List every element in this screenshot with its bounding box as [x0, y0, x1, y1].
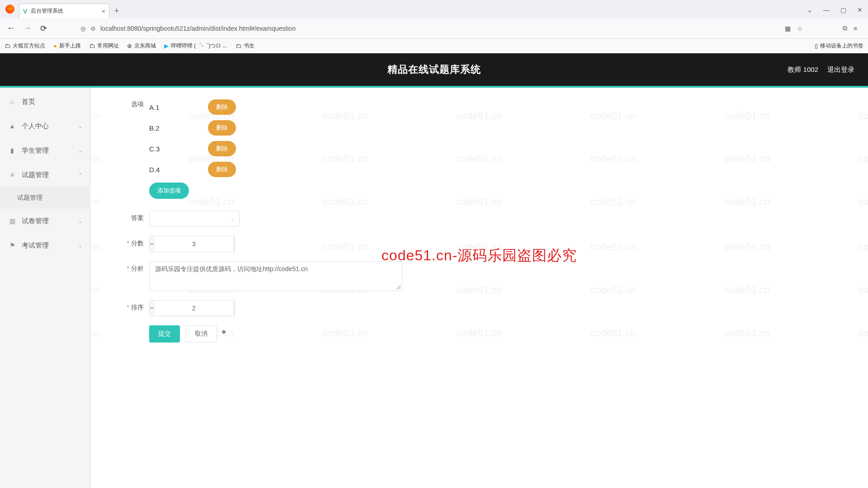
- label-options: 选项: [108, 97, 149, 108]
- app-title: 精品在线试题库系统: [387, 63, 481, 76]
- delete-option-c-button[interactable]: 删除: [208, 141, 236, 156]
- bookmark-bar: 🗀火狐官方站点 ●新手上路 🗀常用网址 ⊕京东商城 ▶哔哩哔哩 (゜-゜)つロ …: [0, 39, 868, 53]
- lock-icon: ⊘: [90, 25, 96, 32]
- bookmark-star-icon[interactable]: ☆: [797, 25, 803, 32]
- option-row: A.1 删除: [149, 97, 850, 117]
- exam-icon: ⚑: [8, 242, 16, 249]
- home-icon: ⌂: [8, 98, 16, 105]
- student-icon: ▮: [8, 147, 16, 154]
- qr-icon[interactable]: ▦: [785, 25, 791, 32]
- sidebar-item-student[interactable]: ▮ 学生管理 ⌄: [0, 138, 90, 163]
- url-text: localhost:8080/springbootu521z/admin/dis…: [100, 25, 754, 32]
- new-tab-button[interactable]: +: [109, 4, 124, 18]
- analysis-textarea[interactable]: 源码乐园专注提供优质源码，访问地址http://code51.cn: [149, 261, 402, 291]
- sidebar-item-question[interactable]: ≡ 试题管理 ⌃: [0, 163, 90, 187]
- bookmark-item[interactable]: 🗀火狐官方站点: [5, 42, 45, 50]
- bookmark-item[interactable]: ●新手上路: [53, 42, 81, 50]
- chevron-down-icon: ⌄: [78, 243, 82, 249]
- score-decrement-button[interactable]: −: [150, 236, 154, 252]
- bookmark-item[interactable]: ⊕京东商城: [127, 42, 156, 50]
- bilibili-icon: ▶: [164, 42, 169, 49]
- vue-icon: V: [23, 8, 27, 15]
- option-row: B.2 删除: [149, 117, 850, 138]
- chevron-down-icon: ⌄: [78, 218, 82, 224]
- option-c-label: C.3: [149, 145, 208, 153]
- label-score: 分数: [108, 236, 149, 248]
- reload-button[interactable]: ⟳: [37, 22, 50, 35]
- add-option-button[interactable]: 添加选项: [149, 183, 189, 199]
- address-bar-right: ▦ ☆ ⧉ ≡: [785, 24, 863, 32]
- order-input[interactable]: [154, 300, 233, 316]
- close-window-icon[interactable]: ✕: [857, 6, 863, 14]
- delete-option-d-button[interactable]: 删除: [208, 162, 236, 177]
- bookmark-item[interactable]: ▶哔哩哔哩 (゜-゜)つロ ...: [164, 42, 227, 50]
- delete-option-b-button[interactable]: 删除: [208, 120, 236, 136]
- minimize-icon[interactable]: —: [823, 6, 830, 14]
- user-label[interactable]: 教师 1002: [788, 66, 818, 74]
- sidebar-item-exam[interactable]: ⚑ 考试管理 ⌄: [0, 233, 90, 258]
- url-field[interactable]: ◎ ⊘ localhost:8080/springbootu521z/admin…: [80, 21, 754, 36]
- back-button[interactable]: ←: [5, 22, 17, 35]
- label-order: 排序: [108, 300, 149, 312]
- window-controls: ⌄ — ▢ ✕: [807, 6, 868, 18]
- forward-button[interactable]: →: [21, 22, 33, 35]
- sidebar: ⌂ 首页 ▲ 个人中心 ⌄ ▮ 学生管理 ⌄ ≡ 试题管理 ⌃ 试题管理 ▥ 试…: [0, 88, 90, 488]
- folder-icon: 🗀: [236, 42, 241, 49]
- tab-bar: V 后台管理系统 × + ⌄ — ▢ ✕: [0, 0, 868, 18]
- answer-select[interactable]: ⌄: [149, 211, 240, 227]
- dropdown-tabs-icon[interactable]: ⌄: [807, 6, 812, 14]
- bookmark-item[interactable]: 🗀书生: [236, 42, 255, 50]
- address-bar: ← → ⟳ ◎ ⊘ localhost:8080/springbootu521z…: [0, 18, 868, 39]
- layout: ⌂ 首页 ▲ 个人中心 ⌄ ▮ 学生管理 ⌄ ≡ 试题管理 ⌃ 试题管理 ▥ 试…: [0, 88, 868, 488]
- browser-tab[interactable]: V 后台管理系统 ×: [19, 4, 109, 18]
- content: code51.cncode51.cncode51.cncode51.cncode…: [90, 88, 868, 488]
- bookmark-item[interactable]: 🗀常用网址: [89, 42, 119, 50]
- delete-option-a-button[interactable]: 删除: [208, 99, 236, 115]
- sidebar-item-home[interactable]: ⌂ 首页: [0, 89, 90, 114]
- label-answer: 答案: [108, 211, 149, 222]
- form: 选项 A.1 删除 B.2 删除 C.3 删除 D.4: [108, 97, 850, 343]
- maximize-icon[interactable]: ▢: [840, 6, 846, 14]
- order-stepper[interactable]: − +: [149, 300, 235, 316]
- option-row: C.3 删除: [149, 138, 850, 159]
- chevron-down-icon: ⌄: [78, 123, 82, 129]
- cancel-button[interactable]: 取消: [185, 325, 217, 343]
- chevron-up-icon: ⌃: [78, 172, 82, 178]
- sidebar-item-paper[interactable]: ▥ 试卷管理 ⌄: [0, 209, 90, 233]
- firefox-icon: [5, 5, 14, 14]
- firefox-small-icon: ●: [53, 42, 57, 49]
- tab-title: 后台管理系统: [31, 7, 98, 15]
- option-d-label: D.4: [149, 166, 208, 174]
- mobile-bookmarks[interactable]: ▯移动设备上的书签: [815, 42, 863, 50]
- chevron-down-icon: ⌄: [78, 148, 82, 154]
- option-row: D.4 删除: [149, 159, 850, 180]
- score-input[interactable]: [154, 236, 233, 252]
- order-increment-button[interactable]: +: [233, 300, 235, 316]
- extensions-icon[interactable]: ⧉: [843, 24, 847, 32]
- mobile-icon: ▯: [815, 42, 818, 49]
- option-b-label: B.2: [149, 124, 208, 132]
- order-decrement-button[interactable]: −: [150, 300, 154, 316]
- menu-icon[interactable]: ≡: [854, 25, 857, 32]
- score-increment-button[interactable]: +: [233, 236, 235, 252]
- user-icon: ▲: [8, 122, 16, 130]
- label-analysis: 分析: [108, 261, 149, 273]
- score-stepper[interactable]: − +: [149, 236, 235, 252]
- folder-icon: 🗀: [89, 42, 95, 49]
- sidebar-sub-question[interactable]: 试题管理: [0, 187, 90, 209]
- submit-button[interactable]: 提交: [149, 325, 180, 343]
- question-icon: ≡: [8, 171, 16, 178]
- folder-icon: 🗀: [5, 42, 10, 49]
- shield-icon: ◎: [80, 25, 86, 32]
- app-header: 精品在线试题库系统 教师 1002 退出登录: [0, 53, 868, 86]
- sidebar-item-personal[interactable]: ▲ 个人中心 ⌄: [0, 114, 90, 138]
- logout-link[interactable]: 退出登录: [827, 66, 854, 74]
- close-tab-icon[interactable]: ×: [102, 8, 105, 15]
- browser-chrome: V 后台管理系统 × + ⌄ — ▢ ✕ ← → ⟳ ◎ ⊘ localhost…: [0, 0, 868, 53]
- option-a-label: A.1: [149, 103, 208, 111]
- chevron-down-icon: ⌄: [230, 216, 235, 222]
- paper-icon: ▥: [8, 217, 16, 225]
- globe-icon: ⊕: [127, 42, 132, 49]
